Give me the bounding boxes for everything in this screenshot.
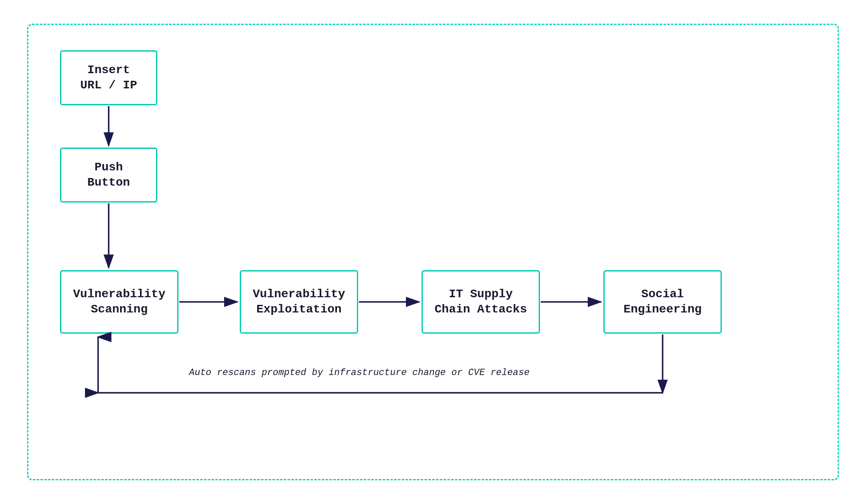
box-it-supply: IT Supply Chain Attacks xyxy=(422,270,540,334)
box-vuln-exploitation-label: Vulnerability Exploitation xyxy=(253,287,345,318)
box-push-button-label: Push Button xyxy=(88,160,130,191)
diagram-area: Insert URL / IP Push Button Vulnerabilit… xyxy=(28,25,838,479)
box-vuln-exploitation: Vulnerability Exploitation xyxy=(240,270,358,334)
box-social-engineering: Social Engineering xyxy=(603,270,722,334)
diagram-container: Insert URL / IP Push Button Vulnerabilit… xyxy=(27,24,839,480)
box-insert-url: Insert URL / IP xyxy=(60,50,157,105)
box-vuln-scanning: Vulnerability Scanning xyxy=(60,270,178,334)
rescan-label: Auto rescans prompted by infrastructure … xyxy=(189,367,529,378)
box-social-engineering-label: Social Engineering xyxy=(624,287,702,318)
box-vuln-scanning-label: Vulnerability Scanning xyxy=(73,287,165,318)
box-insert-url-label: Insert URL / IP xyxy=(80,63,137,93)
box-push-button: Push Button xyxy=(60,148,157,203)
box-it-supply-label: IT Supply Chain Attacks xyxy=(435,287,527,318)
rescan-label-text: Auto rescans prompted by infrastructure … xyxy=(189,367,529,378)
